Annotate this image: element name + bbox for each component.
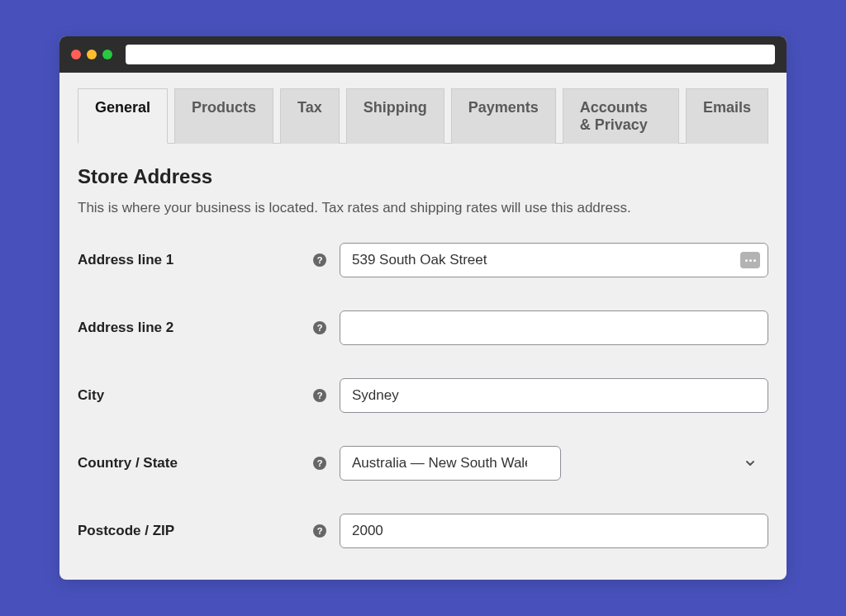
autofill-icon[interactable]: [740, 252, 760, 268]
label-country-state: Country / State: [78, 455, 313, 471]
settings-tabs: General Products Tax Shipping Payments A…: [78, 88, 768, 144]
field-row-address2: Address line 2 ?: [78, 310, 768, 345]
window-controls: [71, 50, 112, 59]
field-row-address1: Address line 1 ?: [78, 243, 768, 277]
help-icon[interactable]: ?: [313, 457, 326, 470]
tab-accounts-privacy[interactable]: Accounts & Privacy: [563, 88, 679, 144]
maximize-icon[interactable]: [102, 50, 112, 59]
label-postcode: Postcode / ZIP: [78, 523, 313, 539]
label-city: City: [78, 387, 313, 404]
tab-emails[interactable]: Emails: [686, 88, 768, 144]
tab-shipping[interactable]: Shipping: [346, 88, 444, 144]
section-title: Store Address: [78, 165, 768, 188]
tab-tax[interactable]: Tax: [280, 88, 340, 144]
field-row-country-state: Country / State ?: [78, 446, 768, 481]
label-address2: Address line 2: [78, 320, 313, 336]
section-description: This is where your business is located. …: [78, 200, 768, 216]
chevron-down-icon: [744, 457, 757, 470]
field-row-city: City ?: [78, 378, 768, 413]
close-icon[interactable]: [71, 50, 81, 59]
page-content: General Products Tax Shipping Payments A…: [59, 73, 787, 580]
help-icon[interactable]: ?: [313, 254, 326, 267]
label-address1: Address line 1: [78, 252, 313, 268]
tab-payments[interactable]: Payments: [451, 88, 556, 144]
address1-input[interactable]: [340, 243, 768, 277]
browser-window: General Products Tax Shipping Payments A…: [59, 36, 787, 580]
tab-general[interactable]: General: [78, 88, 168, 144]
help-icon[interactable]: ?: [313, 524, 326, 538]
url-bar[interactable]: [126, 45, 775, 64]
city-input[interactable]: [340, 378, 768, 413]
postcode-input[interactable]: [340, 514, 768, 548]
address2-input[interactable]: [340, 310, 768, 345]
country-state-select[interactable]: [340, 446, 561, 481]
help-icon[interactable]: ?: [313, 389, 326, 402]
tab-products[interactable]: Products: [174, 88, 273, 144]
minimize-icon[interactable]: [87, 50, 97, 59]
help-icon[interactable]: ?: [313, 321, 326, 334]
titlebar: [59, 36, 787, 73]
field-row-postcode: Postcode / ZIP ?: [78, 514, 768, 548]
